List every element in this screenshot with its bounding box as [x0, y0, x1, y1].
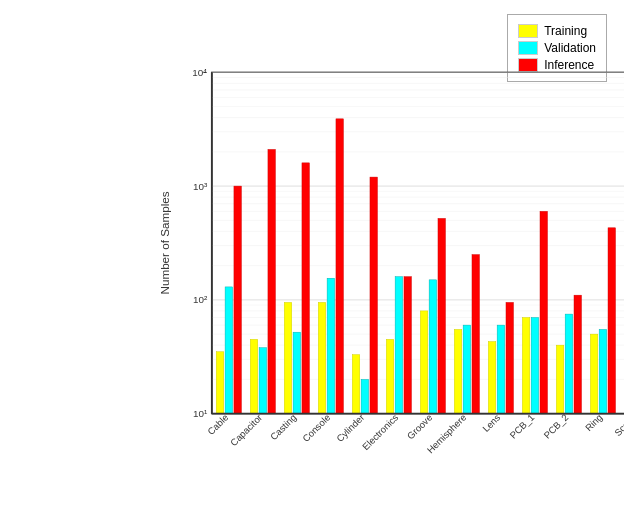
svg-rect-56: [404, 277, 411, 414]
svg-rect-68: [506, 302, 513, 413]
svg-rect-59: [429, 280, 436, 414]
chart-svg: 10¹10²10³10⁴Number of SamplesCableCapaci…: [122, 34, 624, 434]
svg-rect-51: [361, 379, 368, 413]
svg-text:10¹: 10¹: [193, 408, 208, 419]
svg-text:Electronics: Electronics: [360, 412, 401, 453]
svg-rect-80: [608, 228, 615, 414]
svg-text:Capacitor: Capacitor: [228, 412, 264, 448]
svg-rect-62: [454, 329, 461, 413]
chart-container: Training Validation Inference 10¹10²10³1…: [2, 4, 622, 514]
svg-rect-47: [327, 278, 334, 413]
svg-rect-34: [216, 352, 223, 414]
svg-rect-76: [574, 295, 581, 413]
svg-text:Number of Samples: Number of Samples: [158, 191, 171, 294]
svg-rect-44: [302, 163, 309, 414]
svg-text:Cable: Cable: [205, 412, 230, 437]
svg-rect-52: [370, 177, 377, 414]
svg-rect-42: [284, 302, 291, 413]
svg-rect-55: [395, 277, 402, 414]
svg-rect-46: [318, 302, 325, 413]
chart-area: 10¹10²10³10⁴Number of SamplesCableCapaci…: [72, 24, 602, 424]
svg-rect-50: [352, 355, 359, 414]
svg-rect-75: [565, 314, 572, 414]
svg-rect-38: [250, 339, 257, 413]
svg-rect-60: [438, 218, 445, 413]
svg-rect-63: [463, 325, 470, 414]
svg-text:Console: Console: [300, 412, 332, 444]
svg-text:Lens: Lens: [480, 412, 502, 434]
svg-rect-64: [472, 255, 479, 414]
svg-rect-43: [293, 332, 300, 413]
svg-text:10⁴: 10⁴: [192, 67, 207, 78]
svg-rect-71: [531, 318, 538, 414]
svg-text:Cylinder: Cylinder: [334, 412, 366, 444]
svg-rect-70: [522, 318, 529, 414]
svg-rect-67: [497, 325, 504, 414]
svg-rect-72: [540, 211, 547, 413]
svg-text:Groove: Groove: [405, 412, 435, 442]
svg-text:PCB_1: PCB_1: [507, 412, 536, 441]
svg-text:10³: 10³: [193, 181, 208, 192]
svg-rect-36: [234, 186, 241, 414]
svg-rect-79: [599, 329, 606, 413]
svg-text:10²: 10²: [193, 294, 208, 305]
svg-text:Casting: Casting: [268, 412, 298, 442]
svg-rect-54: [386, 339, 393, 413]
svg-text:Screw: Screw: [612, 412, 624, 438]
svg-rect-58: [420, 311, 427, 414]
svg-rect-35: [225, 287, 232, 414]
svg-text:Ring: Ring: [583, 412, 604, 433]
svg-rect-39: [259, 348, 266, 414]
svg-rect-48: [336, 119, 343, 414]
svg-rect-40: [268, 149, 275, 413]
svg-rect-66: [488, 342, 495, 414]
svg-rect-74: [556, 345, 563, 414]
svg-rect-78: [590, 334, 597, 414]
svg-text:PCB_2: PCB_2: [541, 412, 570, 441]
